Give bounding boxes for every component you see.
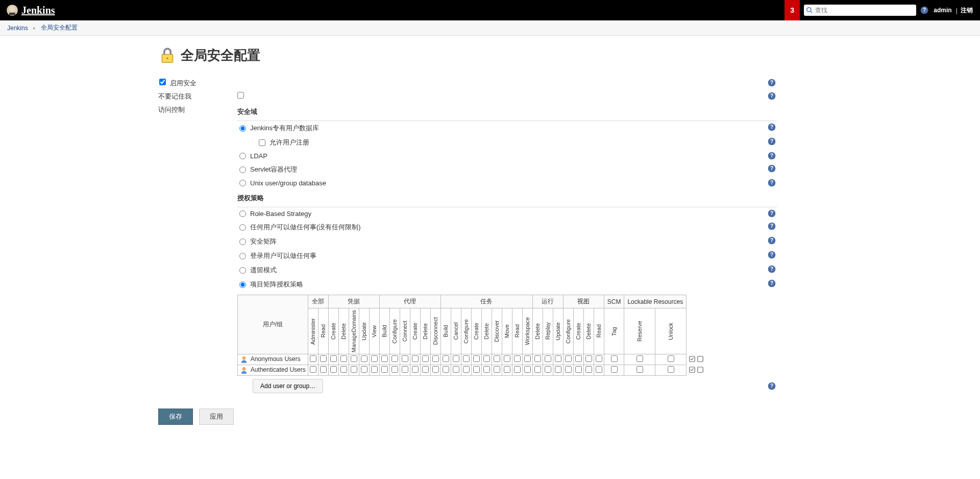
matrix-perm-checkbox[interactable] bbox=[585, 355, 592, 362]
matrix-perm-checkbox[interactable] bbox=[494, 355, 500, 362]
matrix-perm-checkbox[interactable] bbox=[330, 366, 337, 373]
matrix-perm-checkbox[interactable] bbox=[565, 366, 572, 373]
uncheck-all-icon[interactable] bbox=[697, 366, 704, 373]
matrix-perm-checkbox[interactable] bbox=[361, 355, 368, 362]
uncheck-all-icon[interactable] bbox=[697, 355, 704, 363]
matrix-perm-checkbox[interactable] bbox=[636, 355, 643, 362]
matrix-perm-checkbox[interactable] bbox=[402, 366, 408, 373]
help-icon[interactable]: ? bbox=[768, 382, 776, 390]
help-icon[interactable]: ? bbox=[768, 236, 776, 245]
matrix-perm-checkbox[interactable] bbox=[524, 355, 531, 362]
save-button[interactable]: 保存 bbox=[158, 409, 193, 425]
matrix-perm-checkbox[interactable] bbox=[483, 366, 490, 373]
check-all-icon[interactable] bbox=[689, 355, 696, 363]
matrix-perm-checkbox[interactable] bbox=[636, 366, 643, 373]
authz-anyone-radio[interactable] bbox=[239, 224, 246, 231]
realm-jenkins-db-radio[interactable] bbox=[239, 125, 246, 132]
matrix-perm-checkbox[interactable] bbox=[351, 366, 357, 373]
matrix-perm-checkbox[interactable] bbox=[381, 366, 388, 373]
matrix-perm-checkbox[interactable] bbox=[371, 366, 378, 373]
matrix-perm-checkbox[interactable] bbox=[514, 355, 521, 362]
matrix-perm-checkbox[interactable] bbox=[422, 366, 429, 373]
matrix-perm-checkbox[interactable] bbox=[545, 366, 551, 373]
matrix-perm-checkbox[interactable] bbox=[330, 355, 337, 362]
breadcrumb-item-current[interactable]: 全局安全配置 bbox=[41, 23, 78, 32]
matrix-perm-checkbox[interactable] bbox=[504, 366, 510, 373]
breadcrumb-item-jenkins[interactable]: Jenkins bbox=[7, 25, 28, 32]
matrix-perm-checkbox[interactable] bbox=[412, 366, 419, 373]
matrix-perm-checkbox[interactable] bbox=[483, 355, 490, 362]
matrix-perm-checkbox[interactable] bbox=[473, 355, 480, 362]
authz-legacy-radio[interactable] bbox=[239, 267, 246, 274]
allow-signup-checkbox[interactable] bbox=[259, 139, 265, 146]
help-icon[interactable]: ? bbox=[768, 265, 776, 273]
help-icon[interactable]: ? bbox=[768, 123, 776, 131]
matrix-perm-checkbox[interactable] bbox=[391, 355, 398, 362]
matrix-perm-checkbox[interactable] bbox=[340, 355, 347, 362]
authz-sec-matrix-radio[interactable] bbox=[239, 238, 246, 245]
logout-link[interactable]: 注销 bbox=[961, 6, 973, 15]
authz-loggedin-radio[interactable] bbox=[239, 253, 246, 259]
check-all-icon[interactable] bbox=[689, 366, 696, 373]
matrix-perm-checkbox[interactable] bbox=[320, 366, 327, 373]
matrix-perm-checkbox[interactable] bbox=[534, 355, 541, 362]
matrix-perm-checkbox[interactable] bbox=[504, 355, 510, 362]
help-icon[interactable]: ? bbox=[768, 137, 776, 146]
matrix-perm-checkbox[interactable] bbox=[668, 366, 674, 373]
matrix-perm-checkbox[interactable] bbox=[555, 355, 561, 362]
matrix-perm-checkbox[interactable] bbox=[463, 366, 470, 373]
matrix-perm-checkbox[interactable] bbox=[422, 355, 429, 362]
matrix-perm-checkbox[interactable] bbox=[494, 366, 500, 373]
help-icon[interactable]: ? bbox=[768, 222, 776, 230]
matrix-perm-checkbox[interactable] bbox=[391, 366, 398, 373]
matrix-perm-checkbox[interactable] bbox=[463, 355, 470, 362]
matrix-perm-checkbox[interactable] bbox=[668, 355, 674, 362]
matrix-perm-checkbox[interactable] bbox=[585, 366, 592, 373]
add-user-group-button[interactable]: Add user or group… bbox=[253, 379, 323, 393]
current-user-link[interactable]: admin bbox=[934, 7, 951, 14]
apply-button[interactable]: 应用 bbox=[199, 409, 234, 425]
matrix-perm-checkbox[interactable] bbox=[340, 366, 347, 373]
help-icon[interactable]: ? bbox=[768, 79, 776, 87]
logo-text[interactable]: Jenkins bbox=[21, 5, 55, 16]
matrix-perm-checkbox[interactable] bbox=[381, 355, 388, 362]
matrix-perm-checkbox[interactable] bbox=[524, 366, 531, 373]
matrix-perm-checkbox[interactable] bbox=[443, 366, 449, 373]
matrix-perm-checkbox[interactable] bbox=[310, 366, 316, 373]
help-icon[interactable]: ? bbox=[768, 92, 776, 100]
matrix-perm-checkbox[interactable] bbox=[611, 355, 618, 362]
search-box[interactable] bbox=[804, 5, 916, 16]
help-icon[interactable]: ? bbox=[768, 251, 776, 259]
matrix-perm-checkbox[interactable] bbox=[432, 355, 439, 362]
help-icon[interactable]: ? bbox=[768, 164, 776, 173]
matrix-perm-checkbox[interactable] bbox=[310, 355, 316, 362]
help-icon[interactable]: ? bbox=[768, 279, 776, 288]
matrix-perm-checkbox[interactable] bbox=[565, 355, 572, 362]
matrix-perm-checkbox[interactable] bbox=[361, 366, 368, 373]
matrix-perm-checkbox[interactable] bbox=[534, 366, 541, 373]
authz-role-based-radio[interactable] bbox=[239, 210, 246, 217]
realm-unix-radio[interactable] bbox=[239, 180, 246, 186]
matrix-perm-checkbox[interactable] bbox=[514, 366, 521, 373]
help-icon[interactable]: ? bbox=[768, 179, 776, 187]
matrix-perm-checkbox[interactable] bbox=[412, 355, 419, 362]
realm-servlet-radio[interactable] bbox=[239, 166, 246, 173]
matrix-perm-checkbox[interactable] bbox=[453, 366, 459, 373]
matrix-perm-checkbox[interactable] bbox=[473, 366, 480, 373]
help-icon[interactable]: ? bbox=[768, 152, 776, 160]
matrix-perm-checkbox[interactable] bbox=[443, 355, 449, 362]
help-icon[interactable]: ? bbox=[920, 6, 928, 14]
matrix-perm-checkbox[interactable] bbox=[371, 355, 378, 362]
realm-ldap-radio[interactable] bbox=[239, 153, 246, 159]
matrix-perm-checkbox[interactable] bbox=[611, 366, 618, 373]
matrix-perm-checkbox[interactable] bbox=[453, 355, 459, 362]
matrix-perm-checkbox[interactable] bbox=[402, 355, 408, 362]
matrix-perm-checkbox[interactable] bbox=[575, 355, 582, 362]
search-input[interactable] bbox=[813, 6, 914, 15]
matrix-perm-checkbox[interactable] bbox=[575, 366, 582, 373]
matrix-perm-checkbox[interactable] bbox=[545, 355, 551, 362]
dont-remember-checkbox[interactable] bbox=[237, 92, 244, 99]
matrix-perm-checkbox[interactable] bbox=[351, 355, 357, 362]
enable-security-checkbox[interactable] bbox=[159, 79, 166, 85]
matrix-perm-checkbox[interactable] bbox=[555, 366, 561, 373]
